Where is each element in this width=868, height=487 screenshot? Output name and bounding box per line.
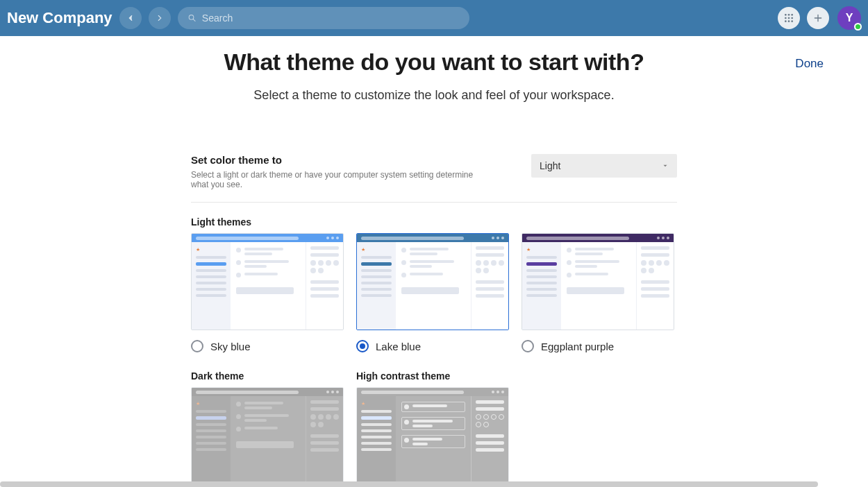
theme-card-eggplant-purple: ★ Eggplant purple [521,233,674,352]
svg-point-10 [791,20,793,22]
theme-preview-eggplant-purple[interactable]: ★ [521,233,674,330]
theme-preview-high-contrast: ★ [356,387,509,484]
caret-down-icon [662,162,669,169]
svg-point-0 [189,15,194,20]
svg-point-2 [785,14,787,16]
light-themes-heading: Light themes [191,216,677,228]
main-content: Done What theme do you want to start wit… [0,36,868,484]
theme-label: Eggplant purple [541,341,614,352]
color-mode-value: Light [540,160,560,171]
theme-radio-eggplant-purple[interactable]: Eggplant purple [521,340,674,352]
svg-line-1 [193,19,195,22]
page-title: What theme do you want to start with? [224,49,644,76]
avatar-initial: Y [846,12,853,24]
radio-icon [356,340,369,352]
theme-label: Sky blue [210,341,251,352]
search-icon [187,13,197,23]
radio-icon [191,340,203,352]
horizontal-scrollbar[interactable] [0,481,818,487]
apps-grid-button[interactable] [778,7,800,29]
svg-point-4 [791,14,793,16]
theme-radio-sky-blue[interactable]: Sky blue [191,340,344,352]
theme-label: Lake blue [376,341,421,352]
grid-icon [783,12,794,24]
theme-card-sky-blue: ★ Sky blue [191,233,344,352]
dark-theme-heading: Dark theme [191,370,344,382]
high-contrast-heading: High contrast theme [356,370,509,382]
color-mode-help: Select a light or dark theme or have you… [191,170,483,189]
chevron-right-icon [155,13,165,23]
theme-radio-lake-blue[interactable]: Lake blue [356,340,509,352]
svg-point-8 [785,20,787,22]
page-subtitle: Select a theme to customize the look and… [253,88,614,103]
search-input[interactable] [202,12,460,24]
svg-point-6 [788,17,790,19]
avatar[interactable]: Y [837,6,861,30]
svg-point-3 [788,14,790,16]
svg-point-5 [785,17,787,19]
presence-indicator [854,23,862,31]
nav-forward-button[interactable] [149,7,171,29]
svg-point-7 [791,17,793,19]
create-button[interactable] [807,7,829,29]
radio-icon [521,340,534,352]
search-box[interactable] [178,7,469,29]
theme-preview-lake-blue[interactable]: ★ [356,233,509,330]
color-mode-label: Set color theme to [191,154,483,166]
theme-preview-sky-blue[interactable]: ★ [191,233,344,330]
done-button[interactable]: Done [795,57,824,71]
company-name: New Company [6,9,112,27]
theme-preview-dark: ★ [191,387,344,484]
nav-back-button[interactable] [119,7,142,29]
color-mode-select[interactable]: Light [531,154,677,178]
theme-card-lake-blue: ★ Lake blue [356,233,509,352]
plus-icon [812,12,824,24]
chevron-left-icon [126,13,135,23]
color-mode-row: Set color theme to Select a light or dar… [191,154,677,203]
svg-point-9 [788,20,790,22]
top-bar: New Company Y [0,0,868,36]
